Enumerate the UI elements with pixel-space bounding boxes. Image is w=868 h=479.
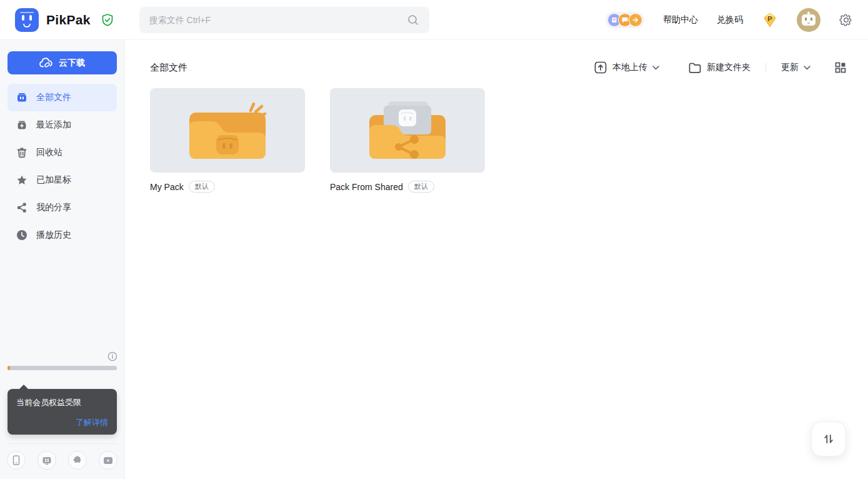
sidebar-item-recent-added[interactable]: 最近添加 [7,111,117,139]
sidebar-item-label: 回收站 [36,147,62,158]
sidebar-item-label: 最近添加 [36,119,71,131]
default-pack-folder-icon [181,96,274,165]
all-files-icon [16,91,28,104]
sort-arrows-icon [822,432,836,446]
grid-view-icon[interactable] [834,61,847,74]
chevron-down-icon [804,66,811,70]
membership-tooltip: 当前会员权益受限 了解详情 [7,389,117,435]
redeem-code-link[interactable]: 兑换码 [717,14,743,26]
search-input[interactable] [149,15,407,25]
storage-progress-fill [7,366,10,370]
upload-icon [594,61,607,74]
local-upload-label: 本地上传 [612,62,647,73]
cloud-download-label: 云下载 [59,58,85,69]
sidebar-item-label: 已加星标 [36,174,71,186]
local-upload-button[interactable]: 本地上传 [594,61,659,74]
storage-info-icon[interactable] [107,351,117,361]
client-apps-row [0,444,124,470]
my-pack-folder-thumbnail[interactable] [150,88,305,173]
premium-gem-badge[interactable]: P [762,12,778,28]
toolbar-divider [766,63,766,73]
brand[interactable]: PikPak [15,8,114,32]
new-folder-button[interactable]: 新建文件夹 [688,62,751,74]
toolbar: 本地上传 新建文件夹 更新 [594,61,847,74]
sidebar: 云下载 全部文件 [0,40,125,479]
tv-box-icon [42,456,52,465]
security-shield-icon [101,13,114,27]
folder-icon [688,62,702,74]
update-label: 更新 [781,62,799,73]
sidebar-item-my-shares[interactable]: 我的分享 [7,194,117,221]
brand-name: PikPak [46,13,91,28]
browser-extension-button[interactable] [68,451,87,470]
cloud-link-icon [39,58,53,69]
chevron-down-icon [652,66,659,70]
puzzle-icon [72,455,82,465]
update-button[interactable]: 更新 [781,62,811,73]
user-avatar[interactable] [797,8,821,32]
help-center-link[interactable]: 帮助中心 [663,14,698,26]
video-channel-button[interactable] [99,451,117,470]
shared-pack-folder-icon [361,96,454,165]
folder-card-my-pack: My Pack 默认 [150,88,305,193]
sidebar-item-recycle-bin[interactable]: 回收站 [7,139,117,166]
pack-from-shared-folder-thumbnail[interactable] [330,88,485,173]
notice-badges[interactable] [606,12,644,28]
page-title: 全部文件 [150,62,187,74]
search-icon[interactable] [407,14,419,26]
search-bar[interactable] [139,7,429,33]
settings-gear-icon[interactable] [839,13,853,27]
video-play-icon [103,456,113,465]
trash-icon [16,146,28,159]
mobile-app-button[interactable] [7,451,26,470]
sidebar-item-starred[interactable]: 已加星标 [7,166,117,194]
tooltip-title: 当前会员权益受限 [16,397,108,408]
sidebar-item-all-files[interactable]: 全部文件 [7,84,117,111]
folder-name[interactable]: Pack From Shared [330,182,403,192]
learn-more-link[interactable]: 了解详情 [16,417,108,428]
svg-text:P: P [767,14,772,22]
sidebar-item-label: 播放历史 [36,229,71,241]
pikpak-logo-icon [15,8,39,32]
sidebar-nav: 全部文件 最近添加 [0,84,124,249]
sidebar-item-play-history[interactable]: 播放历史 [7,221,117,249]
folder-name[interactable]: My Pack [150,182,184,192]
share-icon [16,201,28,214]
storage-progress-bar [7,366,117,370]
folder-card-pack-from-shared: Pack From Shared 默认 [330,88,485,193]
star-icon [16,174,28,186]
folder-grid: My Pack 默认 [150,88,847,193]
new-folder-label: 新建文件夹 [707,62,751,73]
top-header: PikPak 帮助中心 [0,0,868,40]
main-content: 全部文件 本地上传 [125,40,868,479]
sidebar-item-label: 全部文件 [36,92,71,103]
sort-order-button[interactable] [811,421,846,456]
history-icon [16,229,28,241]
default-badge: 默认 [408,181,434,193]
default-badge: 默认 [189,181,215,193]
cloud-download-button[interactable]: 云下载 [7,51,117,74]
phone-icon [12,455,21,465]
sidebar-item-label: 我的分享 [36,202,71,213]
invite-badge-icon[interactable] [629,13,642,27]
tv-app-button[interactable] [37,451,56,470]
recent-added-icon [16,119,28,131]
